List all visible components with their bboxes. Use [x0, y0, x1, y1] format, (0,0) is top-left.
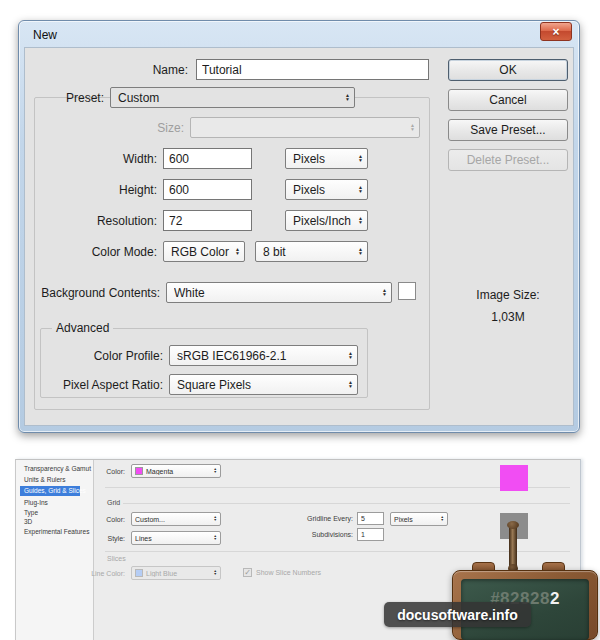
name-input[interactable] [196, 59, 429, 80]
close-icon[interactable]: × [540, 22, 572, 41]
preset-dropdown[interactable]: Custom [110, 87, 355, 108]
color-profile-dropdown[interactable]: sRGB IEC61966-2.1 [169, 345, 358, 366]
dropdown-stepper-icon [382, 289, 387, 297]
background-contents-dropdown[interactable]: White [166, 282, 392, 303]
subdivisions-input[interactable] [357, 528, 384, 541]
sidebar-item-experimental-features[interactable]: Experimental Features [24, 528, 89, 535]
image-size-value: 1,03M [443, 310, 573, 324]
screenshot-root: New × Advanced Name: Preset: Custom Size… [0, 0, 600, 640]
dropdown-stepper-icon [410, 124, 415, 132]
advanced-legend: Advanced [52, 321, 113, 335]
dropdown-stepper-icon [214, 535, 217, 540]
dropdown-stepper-icon [214, 516, 217, 521]
background-color-swatch [398, 282, 416, 300]
dropdown-stepper-icon [348, 352, 353, 360]
dropdown-stepper-icon [214, 570, 217, 575]
width-unit-dropdown[interactable]: Pixels [285, 148, 368, 169]
grid-style-label: Style: [75, 535, 125, 542]
save-preset-button[interactable]: Save Preset... [448, 119, 568, 141]
magenta-preview-swatch [500, 465, 528, 491]
gridline-every-label: Gridline Every: [300, 515, 353, 522]
width-label: Width: [60, 152, 157, 166]
sidebar-item-guides-grid-slices[interactable]: Guides, Grid & Slices [24, 487, 86, 494]
sign-handle-knob [507, 521, 519, 529]
slices-divider [105, 551, 570, 552]
background-contents-label: Background Contents: [20, 286, 160, 300]
dropdown-stepper-icon [235, 248, 240, 256]
name-label: Name: [90, 63, 188, 77]
guides-color-dropdown[interactable]: Magenta [131, 464, 221, 478]
grid-style-dropdown[interactable]: Lines [131, 531, 221, 545]
height-label: Height: [60, 183, 157, 197]
height-input[interactable] [163, 179, 252, 200]
resolution-unit-dropdown[interactable]: Pixels/Inch [285, 210, 368, 231]
height-unit-dropdown[interactable]: Pixels [285, 179, 368, 200]
size-label: Size: [90, 121, 184, 135]
resolution-label: Resolution: [60, 214, 157, 228]
dropdown-stepper-icon [358, 155, 363, 163]
size-dropdown [190, 117, 420, 138]
dialog-title: New [33, 28, 57, 42]
gridline-unit-dropdown[interactable]: Pixels [390, 512, 448, 526]
sidebar-item-units-rulers[interactable]: Units & Rulers [24, 476, 66, 483]
color-mode-label: Color Mode: [60, 245, 157, 259]
grid-color-label: Color: [75, 516, 125, 523]
color-profile-label: Color Profile: [63, 349, 163, 363]
bit-depth-dropdown[interactable]: 8 bit [255, 241, 368, 262]
cancel-button[interactable]: Cancel [448, 89, 568, 111]
color-mode-dropdown[interactable]: RGB Color [163, 241, 245, 262]
slices-line-color-dropdown: Light Blue [131, 566, 221, 580]
sidebar-item-3d[interactable]: 3D [24, 518, 32, 525]
resolution-input[interactable] [163, 210, 252, 231]
delete-preset-button: Delete Preset... [448, 149, 568, 171]
grid-color-dropdown[interactable]: Custom... [131, 512, 221, 526]
sidebar-item-plug-ins[interactable]: Plug-Ins [24, 499, 48, 506]
ok-button[interactable]: OK [448, 59, 568, 81]
preset-label: Preset: [30, 91, 104, 105]
slices-section-title: Slices [104, 555, 129, 562]
dropdown-stepper-icon [441, 516, 444, 521]
light-blue-swatch-icon [135, 569, 143, 577]
width-input[interactable] [163, 148, 252, 169]
watermark-badge: docusoftware.info [384, 602, 531, 627]
gridline-every-input[interactable] [357, 512, 384, 525]
pixel-aspect-ratio-dropdown[interactable]: Square Pixels [169, 374, 358, 395]
dropdown-stepper-icon [358, 217, 363, 225]
dropdown-stepper-icon [214, 468, 217, 473]
slices-line-color-label: Line Color: [68, 570, 125, 577]
guides-color-label: Color: [75, 468, 125, 475]
magenta-swatch-icon [135, 467, 143, 475]
dropdown-stepper-icon [358, 186, 363, 194]
grid-section-title: Grid [104, 499, 123, 506]
subdivisions-label: Subdivisions: [300, 531, 353, 538]
dropdown-stepper-icon [345, 94, 350, 102]
sidebar-item-type[interactable]: Type [24, 509, 38, 516]
show-slice-numbers-checkbox [243, 568, 252, 577]
grid-section-line [105, 503, 570, 504]
image-size-label: Image Size: [443, 288, 573, 302]
dropdown-stepper-icon [358, 248, 363, 256]
show-slice-numbers-label: Show Slice Numbers [256, 569, 356, 576]
pixel-aspect-ratio-label: Pixel Aspect Ratio: [43, 378, 163, 392]
dropdown-stepper-icon [348, 381, 353, 389]
